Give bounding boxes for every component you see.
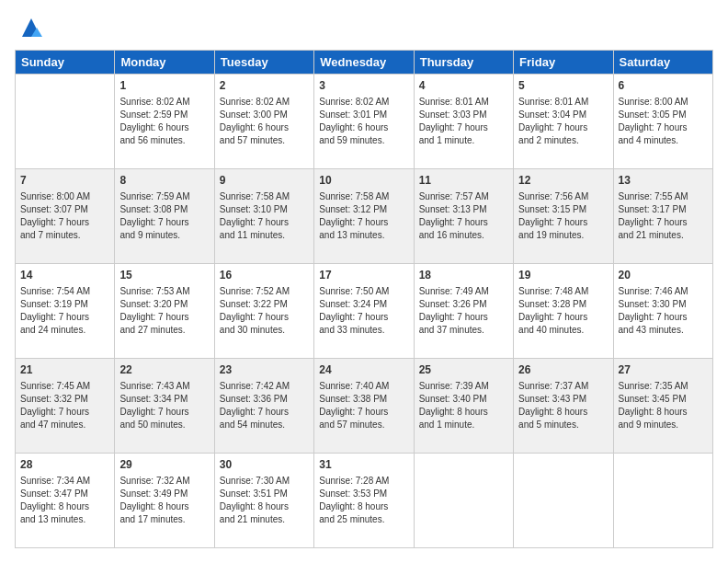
day-info: Sunrise: 7:54 AMSunset: 3:19 PMDaylight:… (20, 285, 109, 337)
calendar-cell: 20Sunrise: 7:46 AMSunset: 3:30 PMDayligh… (613, 264, 712, 359)
day-info: Sunrise: 7:46 AMSunset: 3:30 PMDaylight:… (619, 285, 708, 337)
calendar-cell: 31Sunrise: 7:28 AMSunset: 3:53 PMDayligh… (314, 454, 414, 548)
logo (15, 15, 44, 40)
calendar: SundayMondayTuesdayWednesdayThursdayFrid… (15, 50, 713, 548)
col-header-friday: Friday (514, 51, 613, 75)
day-number: 5 (518, 78, 608, 94)
day-info: Sunrise: 7:43 AMSunset: 3:34 PMDaylight:… (119, 380, 209, 431)
day-number: 3 (319, 78, 408, 94)
day-info: Sunrise: 7:56 AMSunset: 3:15 PMDaylight:… (518, 190, 608, 242)
col-header-sunday: Sunday (16, 51, 115, 75)
col-header-saturday: Saturday (613, 51, 712, 75)
col-header-thursday: Thursday (414, 51, 513, 75)
day-number: 12 (518, 173, 608, 189)
day-number: 9 (220, 173, 309, 189)
day-number: 11 (419, 173, 508, 189)
day-number: 26 (518, 362, 608, 378)
calendar-cell: 16Sunrise: 7:52 AMSunset: 3:22 PMDayligh… (214, 264, 313, 359)
week-row: 1Sunrise: 8:02 AMSunset: 2:59 PMDaylight… (16, 75, 713, 169)
day-info: Sunrise: 7:37 AMSunset: 3:43 PMDaylight:… (518, 380, 608, 431)
day-number: 23 (220, 362, 309, 378)
calendar-cell (514, 454, 613, 548)
day-info: Sunrise: 7:52 AMSunset: 3:22 PMDaylight:… (220, 285, 309, 337)
calendar-cell: 10Sunrise: 7:58 AMSunset: 3:12 PMDayligh… (314, 169, 414, 264)
day-number: 14 (20, 268, 109, 283)
day-info: Sunrise: 7:53 AMSunset: 3:20 PMDaylight:… (119, 285, 209, 337)
day-info: Sunrise: 8:00 AMSunset: 3:05 PMDaylight:… (619, 96, 708, 147)
day-number: 15 (119, 268, 209, 283)
day-number: 25 (419, 362, 508, 378)
header-row: SundayMondayTuesdayWednesdayThursdayFrid… (16, 51, 713, 75)
day-info: Sunrise: 7:58 AMSunset: 3:10 PMDaylight:… (220, 190, 309, 242)
calendar-cell: 11Sunrise: 7:57 AMSunset: 3:13 PMDayligh… (414, 169, 513, 264)
col-header-wednesday: Wednesday (314, 51, 414, 75)
day-info: Sunrise: 7:58 AMSunset: 3:12 PMDaylight:… (319, 190, 408, 242)
day-number: 6 (619, 78, 708, 94)
week-row: 21Sunrise: 7:45 AMSunset: 3:32 PMDayligh… (16, 359, 713, 454)
header (15, 15, 713, 40)
col-header-tuesday: Tuesday (214, 51, 313, 75)
calendar-cell: 30Sunrise: 7:30 AMSunset: 3:51 PMDayligh… (214, 454, 313, 548)
logo-icon (18, 15, 44, 40)
calendar-cell (613, 454, 712, 548)
day-number: 21 (20, 362, 109, 378)
day-info: Sunrise: 8:02 AMSunset: 3:01 PMDaylight:… (319, 96, 408, 147)
calendar-cell: 17Sunrise: 7:50 AMSunset: 3:24 PMDayligh… (314, 264, 414, 359)
calendar-cell: 7Sunrise: 8:00 AMSunset: 3:07 PMDaylight… (16, 169, 115, 264)
day-info: Sunrise: 7:32 AMSunset: 3:49 PMDaylight:… (119, 475, 209, 526)
day-info: Sunrise: 8:01 AMSunset: 3:04 PMDaylight:… (518, 96, 608, 147)
day-number: 27 (619, 362, 708, 378)
day-number: 19 (518, 268, 608, 283)
day-number: 2 (220, 78, 309, 94)
calendar-cell: 9Sunrise: 7:58 AMSunset: 3:10 PMDaylight… (214, 169, 313, 264)
page: SundayMondayTuesdayWednesdayThursdayFrid… (0, 0, 728, 563)
week-row: 28Sunrise: 7:34 AMSunset: 3:47 PMDayligh… (16, 454, 713, 548)
calendar-cell: 22Sunrise: 7:43 AMSunset: 3:34 PMDayligh… (115, 359, 214, 454)
day-info: Sunrise: 8:01 AMSunset: 3:03 PMDaylight:… (419, 96, 508, 147)
day-number: 17 (319, 268, 408, 283)
calendar-cell (414, 454, 513, 548)
day-info: Sunrise: 7:49 AMSunset: 3:26 PMDaylight:… (419, 285, 508, 337)
calendar-cell: 12Sunrise: 7:56 AMSunset: 3:15 PMDayligh… (514, 169, 613, 264)
calendar-cell: 15Sunrise: 7:53 AMSunset: 3:20 PMDayligh… (115, 264, 214, 359)
day-number: 31 (319, 457, 408, 473)
calendar-cell: 1Sunrise: 8:02 AMSunset: 2:59 PMDaylight… (115, 75, 214, 169)
day-info: Sunrise: 7:48 AMSunset: 3:28 PMDaylight:… (518, 285, 608, 337)
day-number: 30 (220, 457, 309, 473)
day-number: 1 (119, 78, 209, 94)
day-info: Sunrise: 8:02 AMSunset: 2:59 PMDaylight:… (119, 96, 209, 147)
calendar-cell: 29Sunrise: 7:32 AMSunset: 3:49 PMDayligh… (115, 454, 214, 548)
day-info: Sunrise: 7:50 AMSunset: 3:24 PMDaylight:… (319, 285, 408, 337)
day-info: Sunrise: 7:40 AMSunset: 3:38 PMDaylight:… (319, 380, 408, 431)
day-info: Sunrise: 7:28 AMSunset: 3:53 PMDaylight:… (319, 475, 408, 526)
day-number: 4 (419, 78, 508, 94)
calendar-cell: 13Sunrise: 7:55 AMSunset: 3:17 PMDayligh… (613, 169, 712, 264)
calendar-cell: 3Sunrise: 8:02 AMSunset: 3:01 PMDaylight… (314, 75, 414, 169)
day-number: 24 (319, 362, 408, 378)
calendar-cell: 24Sunrise: 7:40 AMSunset: 3:38 PMDayligh… (314, 359, 414, 454)
calendar-cell: 4Sunrise: 8:01 AMSunset: 3:03 PMDaylight… (414, 75, 513, 169)
day-number: 16 (220, 268, 309, 283)
calendar-cell: 19Sunrise: 7:48 AMSunset: 3:28 PMDayligh… (514, 264, 613, 359)
calendar-cell: 5Sunrise: 8:01 AMSunset: 3:04 PMDaylight… (514, 75, 613, 169)
calendar-cell: 23Sunrise: 7:42 AMSunset: 3:36 PMDayligh… (214, 359, 313, 454)
calendar-cell: 8Sunrise: 7:59 AMSunset: 3:08 PMDaylight… (115, 169, 214, 264)
calendar-cell: 27Sunrise: 7:35 AMSunset: 3:45 PMDayligh… (613, 359, 712, 454)
day-number: 29 (119, 457, 209, 473)
day-info: Sunrise: 7:34 AMSunset: 3:47 PMDaylight:… (20, 475, 109, 526)
day-info: Sunrise: 7:59 AMSunset: 3:08 PMDaylight:… (119, 190, 209, 242)
calendar-cell: 28Sunrise: 7:34 AMSunset: 3:47 PMDayligh… (16, 454, 115, 548)
week-row: 14Sunrise: 7:54 AMSunset: 3:19 PMDayligh… (16, 264, 713, 359)
day-number: 18 (419, 268, 508, 283)
day-info: Sunrise: 8:00 AMSunset: 3:07 PMDaylight:… (20, 190, 109, 242)
calendar-cell: 21Sunrise: 7:45 AMSunset: 3:32 PMDayligh… (16, 359, 115, 454)
calendar-cell: 26Sunrise: 7:37 AMSunset: 3:43 PMDayligh… (514, 359, 613, 454)
calendar-cell: 25Sunrise: 7:39 AMSunset: 3:40 PMDayligh… (414, 359, 513, 454)
day-info: Sunrise: 7:30 AMSunset: 3:51 PMDaylight:… (220, 475, 309, 526)
day-info: Sunrise: 7:55 AMSunset: 3:17 PMDaylight:… (619, 190, 708, 242)
day-number: 13 (619, 173, 708, 189)
col-header-monday: Monday (115, 51, 214, 75)
day-info: Sunrise: 7:45 AMSunset: 3:32 PMDaylight:… (20, 380, 109, 431)
day-number: 28 (20, 457, 109, 473)
calendar-cell: 18Sunrise: 7:49 AMSunset: 3:26 PMDayligh… (414, 264, 513, 359)
